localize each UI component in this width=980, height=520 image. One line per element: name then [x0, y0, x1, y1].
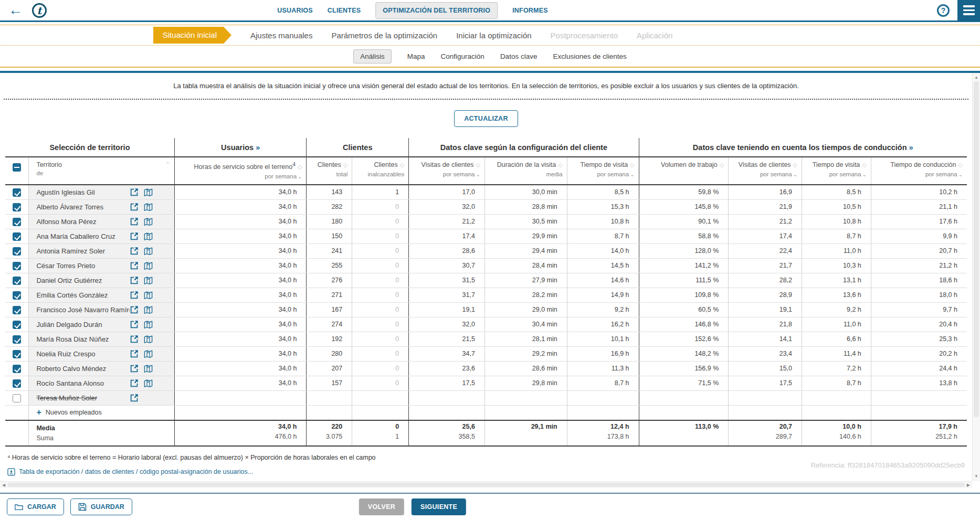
- edit-territory-icon[interactable]: [130, 247, 139, 256]
- nav-usuarios[interactable]: USUARIOS: [277, 7, 313, 14]
- sort-icon[interactable]: ◇: [958, 162, 963, 168]
- wizard-step-situacion-inicial[interactable]: Situación inicial: [153, 27, 231, 44]
- col-header-duracion-de-la-visita-media[interactable]: Duración de la visita◇media: [484, 157, 567, 185]
- hamburger-menu-icon[interactable]: [957, 0, 980, 22]
- map-icon[interactable]: [144, 261, 153, 270]
- edit-territory-icon[interactable]: [130, 203, 139, 211]
- nav-informes[interactable]: INFORMES: [512, 7, 548, 14]
- col-header-clientes-inalcanzables[interactable]: Clientes◇inalcanzables: [352, 157, 409, 185]
- scroll-down-icon[interactable]: ▼: [973, 474, 980, 479]
- wizard-step-parametros-de-la-optimizacion[interactable]: Parámetros de la optimización: [331, 31, 437, 40]
- map-icon[interactable]: [144, 349, 153, 358]
- unit-dropdown-icon[interactable]: ⌄: [298, 174, 302, 179]
- select-all-checkbox[interactable]: [13, 163, 21, 172]
- map-icon[interactable]: [144, 320, 153, 329]
- edit-territory-icon[interactable]: [130, 232, 139, 241]
- map-icon[interactable]: [144, 247, 153, 256]
- row-checkbox[interactable]: [13, 188, 21, 197]
- row-checkbox[interactable]: [13, 379, 21, 388]
- export-link[interactable]: Tabla de exportación / datos de clientes…: [7, 468, 972, 476]
- edit-territory-icon[interactable]: [130, 291, 139, 300]
- tab-analisis[interactable]: Análisis: [353, 49, 392, 63]
- sort-icon[interactable]: ◇: [720, 162, 724, 168]
- col-header-tiempo-de-conduccion-por-semana[interactable]: Tiempo de conducción◇por semana⌄: [871, 157, 967, 185]
- sort-icon[interactable]: ◇: [298, 164, 302, 170]
- nav-optimizacion-del-territorio[interactable]: OPTIMIZACIÓN DEL TERRITORIO: [375, 2, 498, 19]
- expand-group-icon[interactable]: »: [256, 143, 260, 152]
- map-icon[interactable]: [144, 291, 153, 300]
- row-checkbox[interactable]: [13, 306, 21, 314]
- horizontal-scrollbar[interactable]: ◀ ▶: [0, 481, 972, 488]
- edit-territory-icon[interactable]: [130, 335, 139, 344]
- add-employees-button[interactable]: +Nuevos empleados: [36, 406, 170, 420]
- map-icon[interactable]: [144, 305, 153, 314]
- sort-icon[interactable]: ◇: [343, 162, 347, 168]
- row-checkbox[interactable]: [13, 335, 21, 344]
- edit-territory-icon[interactable]: [130, 305, 139, 314]
- sort-icon[interactable]: ◇: [793, 162, 797, 168]
- vertical-scrollbar[interactable]: ▲ ▼: [972, 73, 980, 481]
- scroll-right-icon[interactable]: ▶: [967, 482, 970, 488]
- row-checkbox[interactable]: [13, 350, 21, 358]
- back-button[interactable]: VOLVER: [359, 498, 404, 515]
- unit-dropdown-icon[interactable]: ⌄: [793, 172, 797, 177]
- next-button[interactable]: SIGUIENTE: [412, 498, 466, 515]
- row-checkbox[interactable]: [13, 365, 21, 373]
- edit-territory-icon[interactable]: [130, 188, 139, 197]
- col-header-clientes-total[interactable]: Clientes◇total: [307, 157, 352, 185]
- col-header-horas-de-servicio-sobre-el-terreno-por-semana[interactable]: Horas de servicio sobre el terreno4◇por …: [174, 157, 307, 185]
- col-header-tiempo-de-visita-por-semana[interactable]: Tiempo de visita◇por semana⌄: [802, 157, 871, 185]
- edit-territory-icon[interactable]: [130, 276, 139, 285]
- sort-icon[interactable]: ◇: [476, 162, 480, 168]
- edit-territory-icon[interactable]: [130, 364, 139, 373]
- save-button[interactable]: GUARDAR: [70, 498, 132, 515]
- edit-territory-icon[interactable]: [130, 394, 139, 402]
- unit-dropdown-icon[interactable]: ⌄: [476, 172, 480, 177]
- map-icon[interactable]: [144, 379, 153, 388]
- unit-dropdown-icon[interactable]: ⌄: [862, 172, 866, 177]
- col-header-volumen-de-trabajo[interactable]: Volumen de trabajo◇: [639, 157, 729, 185]
- unit-dropdown-icon[interactable]: ⌄: [958, 172, 963, 177]
- map-icon[interactable]: [144, 232, 153, 241]
- row-checkbox[interactable]: [13, 232, 21, 241]
- tab-mapa[interactable]: Mapa: [407, 52, 425, 60]
- scroll-left-icon[interactable]: ◀: [2, 482, 5, 488]
- wizard-step-iniciar-la-optimizacion[interactable]: Iniciar la optimización: [456, 31, 531, 40]
- scroll-up-icon[interactable]: ▲: [973, 75, 980, 80]
- col-header-visitas-de-clientes-por-semana[interactable]: Visitas de clientes◇por semana⌄: [409, 157, 485, 185]
- map-icon[interactable]: [144, 217, 153, 226]
- tab-exclusiones-de-clientes[interactable]: Exclusiones de clientes: [553, 52, 626, 60]
- sort-icon[interactable]: ◇: [558, 162, 562, 168]
- row-checkbox[interactable]: [13, 218, 21, 226]
- edit-territory-icon[interactable]: [130, 261, 139, 270]
- row-checkbox[interactable]: [13, 394, 21, 402]
- nav-clientes[interactable]: CLIENTES: [328, 7, 361, 14]
- tab-datos-clave[interactable]: Datos clave: [500, 52, 538, 60]
- col-header-visitas-de-clientes-por-semana[interactable]: Visitas de clientes◇por semana⌄: [729, 157, 802, 185]
- horizontal-scroll-thumb[interactable]: [7, 483, 965, 487]
- map-icon[interactable]: [144, 203, 153, 211]
- map-icon[interactable]: [144, 276, 153, 285]
- edit-territory-icon[interactable]: [130, 349, 139, 358]
- map-icon[interactable]: [144, 335, 153, 344]
- col-header-tiempo-de-visita-por-semana[interactable]: Tiempo de visita◇por semana⌄: [567, 157, 639, 185]
- sort-icon[interactable]: ⌃: [165, 161, 170, 168]
- row-checkbox[interactable]: [13, 277, 21, 285]
- unit-dropdown-icon[interactable]: ⌄: [630, 172, 634, 177]
- map-icon[interactable]: [144, 364, 153, 373]
- tab-configuracion[interactable]: Configuración: [441, 52, 484, 60]
- vertical-scroll-thumb[interactable]: [974, 81, 979, 417]
- row-checkbox[interactable]: [13, 321, 21, 329]
- edit-territory-icon[interactable]: [130, 379, 139, 388]
- map-icon[interactable]: [144, 188, 153, 197]
- sort-icon[interactable]: ◇: [400, 162, 404, 168]
- sort-icon[interactable]: ◇: [630, 162, 634, 168]
- row-checkbox[interactable]: [13, 203, 21, 211]
- refresh-button[interactable]: ACTUALIZAR: [454, 110, 518, 127]
- edit-territory-icon[interactable]: [130, 320, 139, 329]
- expand-group-icon[interactable]: »: [909, 143, 913, 152]
- row-checkbox[interactable]: [13, 247, 21, 256]
- sort-icon[interactable]: ◇: [862, 162, 866, 168]
- back-arrow-icon[interactable]: ←: [8, 3, 23, 17]
- wizard-step-ajustes-manuales[interactable]: Ajustes manuales: [250, 31, 312, 40]
